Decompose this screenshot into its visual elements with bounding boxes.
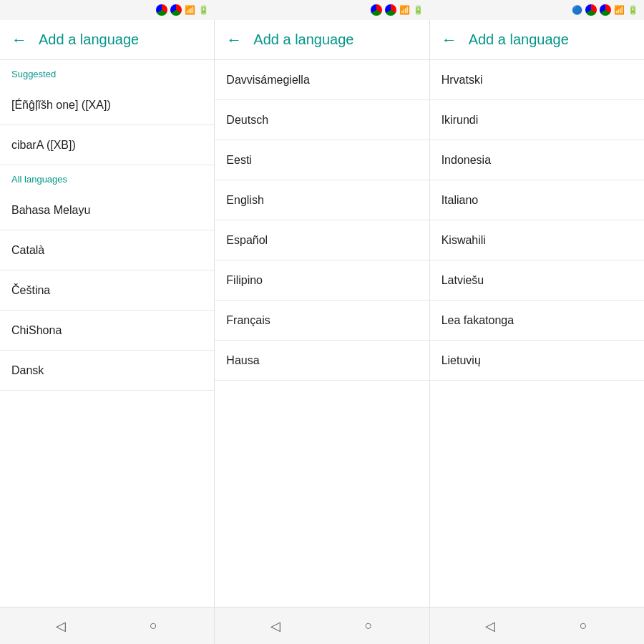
list-item[interactable]: [Éñĝļĩšh one] ([XA]) <box>0 85 214 125</box>
list-item[interactable]: Kiswahili <box>430 220 644 260</box>
list-item[interactable]: Latviešu <box>430 260 644 301</box>
list-item[interactable]: Bahasa Melayu <box>0 190 214 230</box>
list-item[interactable]: Hausa <box>215 341 429 381</box>
status-bar-mid: 📶 🔋 <box>215 0 429 20</box>
list-item[interactable]: Filipino <box>215 260 429 301</box>
status-icon-battery2: 🔋 <box>413 5 424 15</box>
list-item[interactable]: Deutsch <box>215 100 429 140</box>
status-icon-battery: 🔋 <box>198 5 209 15</box>
status-icon-wifi: 📶 <box>185 5 195 15</box>
status-bar-left: 📶 🔋 <box>0 0 215 20</box>
list-item[interactable]: Lea fakatonga <box>430 301 644 341</box>
back-nav-3[interactable]: ◁ <box>477 613 503 639</box>
panel-1-title: Add a language <box>39 31 139 48</box>
status-icon-bluetooth: 🔵 <box>572 5 582 15</box>
panel-3-header: ← Add a language <box>430 20 644 60</box>
home-nav-2[interactable]: ○ <box>356 613 381 639</box>
panel-3-title: Add a language <box>469 31 569 48</box>
list-item[interactable]: Hrvatski <box>430 60 644 100</box>
panel-1-header: ← Add a language <box>0 20 214 60</box>
status-icon-wifi3: 📶 <box>614 5 625 15</box>
back-button-2[interactable]: ← <box>226 32 242 48</box>
list-item[interactable]: Eesti <box>215 140 429 180</box>
panel-2-header: ← Add a language <box>215 20 429 60</box>
home-nav-1[interactable]: ○ <box>140 613 166 639</box>
status-icon-battery3: 🔋 <box>628 5 638 15</box>
list-item[interactable]: Čeština <box>0 270 214 311</box>
chrome-icon-1 <box>156 4 167 16</box>
list-item-english[interactable]: English <box>215 180 429 220</box>
back-button-3[interactable]: ← <box>441 32 457 48</box>
chrome-icon-3 <box>371 4 382 16</box>
list-item[interactable]: Davvisámegiella <box>215 60 429 100</box>
chrome-icon-6 <box>600 4 611 16</box>
list-item[interactable]: Indonesia <box>430 140 644 180</box>
list-item[interactable]: ChiShona <box>0 311 214 351</box>
nav-bar-1: ◁ ○ <box>0 608 215 644</box>
nav-bars: ◁ ○ ◁ ○ ◁ ○ <box>0 607 644 644</box>
panel-2: ← Add a language Davvisámegiella Deutsch… <box>215 20 429 607</box>
chrome-icon-4 <box>385 4 396 16</box>
chrome-icon-2 <box>170 4 182 16</box>
all-languages-label: All languages <box>0 165 214 190</box>
list-item[interactable]: Lietuvių <box>430 341 644 381</box>
panel-3: ← Add a language Hrvatski Ikirundi Indon… <box>430 20 644 607</box>
list-item[interactable]: Català <box>0 230 214 270</box>
list-item[interactable]: Dansk <box>0 351 214 391</box>
status-icon-wifi2: 📶 <box>399 5 410 15</box>
panel-3-list[interactable]: Hrvatski Ikirundi Indonesia Italiano Kis… <box>430 60 644 607</box>
panel-1: ← Add a language Suggested [Éñĝļĩšh one]… <box>0 20 215 607</box>
status-bar-right: 🔵 📶 🔋 <box>429 0 644 20</box>
back-nav-1[interactable]: ◁ <box>48 613 74 639</box>
chrome-icon-5 <box>585 4 597 16</box>
back-button-1[interactable]: ← <box>11 32 27 48</box>
panel-2-title: Add a language <box>253 31 353 48</box>
list-item[interactable]: Italiano <box>430 180 644 220</box>
panel-1-list[interactable]: Suggested [Éñĝļĩšh one] ([XA]) cibarA ([… <box>0 60 214 607</box>
status-bar: 📶 🔋 📶 🔋 🔵 📶 🔋 <box>0 0 644 20</box>
panels-container: ← Add a language Suggested [Éñĝļĩšh one]… <box>0 20 644 607</box>
suggested-label: Suggested <box>0 60 214 85</box>
nav-bar-3: ◁ ○ <box>430 608 644 644</box>
panel-2-list[interactable]: Davvisámegiella Deutsch Eesti English Es… <box>215 60 429 607</box>
list-item[interactable]: Español <box>215 220 429 260</box>
list-item[interactable]: Français <box>215 301 429 341</box>
list-item[interactable]: cibarA ([XB]) <box>0 125 214 165</box>
back-nav-2[interactable]: ◁ <box>263 613 288 639</box>
home-nav-3[interactable]: ○ <box>570 613 596 639</box>
list-item[interactable]: Ikirundi <box>430 100 644 140</box>
nav-bar-2: ◁ ○ <box>215 608 429 644</box>
